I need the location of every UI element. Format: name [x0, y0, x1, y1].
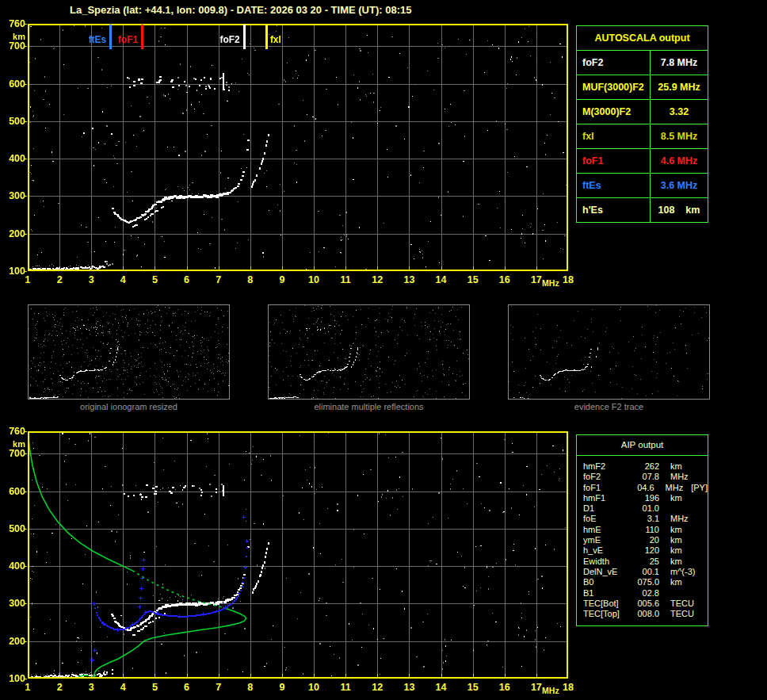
marker-label-ftEs: ftEs	[71, 35, 106, 45]
autoscala-param-label: h'Es	[577, 198, 651, 222]
x-tick-label-top: 9	[272, 274, 292, 285]
aip-param-name: h_vE	[583, 545, 632, 556]
thumbnail-original-ionogram	[28, 304, 230, 400]
y-axis-unit-top: km	[2, 31, 25, 42]
x-tick-label-bottom: 6	[177, 682, 197, 693]
thumbnail-evidence-canvas	[509, 305, 709, 399]
x-tick-label-bottom: 15	[463, 682, 483, 693]
autoscala-param-label: foF2	[577, 51, 651, 75]
aip-param-name: D1	[583, 503, 632, 514]
x-axis-unit-top: MHz	[542, 278, 559, 288]
x-tick-label-top: 8	[240, 274, 261, 285]
aip-row-B1: B102.8	[583, 588, 708, 599]
autoscala-table-title: AUTOSCALA output	[577, 26, 708, 51]
aip-param-unit: km	[659, 525, 682, 535]
y-axis-unit-bottom: km	[2, 438, 25, 449]
aip-row-foF2: foF207.8MHz	[583, 472, 708, 482]
aip-param-name: foE	[583, 514, 632, 524]
y-tick-label-top: 700	[2, 40, 25, 52]
thumbnail-caption-evidence: evidence F2 trace	[508, 402, 710, 411]
aip-param-value: 01.0	[632, 503, 659, 514]
x-tick-label-bottom: 11	[335, 682, 356, 693]
aip-param-note: [PY]	[683, 483, 708, 493]
x-tick-label-bottom: 1	[17, 682, 38, 693]
aip-param-unit: km	[659, 535, 682, 545]
y-tick-label-top: 600	[2, 78, 25, 90]
autoscala-param-value: 25.9 MHz	[651, 75, 708, 99]
autoscala-row-ftEs: ftEs3.6 MHz	[577, 174, 708, 198]
aip-param-value: 3.1	[632, 514, 659, 524]
y-tick-label-bottom: 600	[2, 486, 25, 497]
aip-param-unit	[659, 588, 670, 599]
autoscala-param-label: MUF(3000)F2	[577, 75, 651, 99]
x-tick-label-top: 15	[463, 274, 483, 285]
aip-param-unit: km	[659, 545, 682, 556]
aip-param-value: 008.0	[632, 609, 659, 619]
aip-param-unit: MHz	[659, 472, 689, 482]
autoscala-row-foF1: foF14.6 MHz	[577, 149, 708, 174]
thumbnail-caption-original: original ionogram resized	[28, 402, 230, 411]
y-tick-label-bottom: 400	[2, 560, 25, 572]
aip-row-foF1: foF104.6MHz[PY]	[583, 483, 708, 493]
marker-label-fxI: fxI	[270, 35, 281, 45]
x-tick-label-bottom: 2	[49, 682, 70, 693]
station-date-title: La_Spezia (lat: +44.1, lon: 009.8) - DAT…	[70, 4, 411, 16]
aip-param-value: 110	[632, 525, 659, 535]
aip-param-unit: TECU	[659, 599, 694, 609]
x-tick-label-bottom: 3	[81, 682, 101, 693]
autoscala-param-label: foF1	[577, 149, 651, 173]
aip-param-name: hmE	[583, 525, 632, 535]
y-tick-label-bottom: 200	[2, 636, 25, 647]
aip-param-name: B1	[583, 588, 632, 599]
y-tick-label-top: 500	[2, 116, 25, 127]
x-tick-label-bottom: 14	[431, 682, 452, 693]
x-tick-label-top: 7	[208, 274, 229, 285]
aip-param-name: TEC[Top]	[583, 609, 632, 619]
x-tick-label-bottom: 10	[303, 682, 324, 693]
aip-output-table: AIP output hmF2262kmfoF207.8MHzfoF104.6M…	[576, 434, 708, 626]
x-tick-label-top: 5	[144, 274, 165, 285]
aip-param-unit: MHz	[659, 514, 689, 524]
aip-param-value: 120	[632, 545, 659, 556]
aip-param-unit: TECU	[659, 609, 694, 619]
aip-param-value: 00.1	[632, 567, 659, 577]
aip-row-TEC[Bot]: TEC[Bot]005.6TECU	[583, 599, 708, 609]
autoscala-row-M(3000)F2: M(3000)F23.32	[577, 100, 708, 124]
aip-param-unit: km	[659, 577, 682, 587]
marker-label-foF2: foF2	[205, 35, 240, 45]
aip-table-title: AIP output	[577, 435, 708, 456]
aip-row-hmF1: hmF1196km	[583, 493, 708, 503]
thumbnail-caption-eliminate: eliminate multiple reflections	[268, 402, 470, 411]
aip-param-name: B0	[583, 577, 632, 587]
aip-param-name: hmF2	[583, 461, 632, 472]
aip-row-D1: D101.0	[583, 503, 708, 514]
x-tick-label-bottom: 4	[113, 682, 133, 693]
y-tick-label-bottom: 500	[2, 523, 25, 534]
autoscala-row-foF2: foF27.8 MHz	[577, 51, 708, 75]
x-tick-label-top: 6	[177, 274, 197, 285]
aip-row-foE: foE3.1MHz	[583, 514, 708, 524]
aip-param-name: TEC[Bot]	[583, 599, 632, 609]
x-tick-label-top: 12	[367, 274, 387, 285]
y-tick-label-bottom: 700	[2, 448, 25, 459]
autoscala-param-value: 3.32	[651, 100, 708, 124]
x-tick-label-bottom: 5	[144, 682, 165, 693]
x-tick-label-bottom: 7	[208, 682, 229, 693]
aip-param-value: 005.6	[632, 599, 659, 609]
x-tick-label-bottom: 13	[399, 682, 419, 693]
marker-label-foF1: foF1	[103, 35, 138, 45]
autoscala-row-fxI: fxI8.5 MHz	[577, 124, 708, 149]
autoscala-param-value: 3.6 MHz	[651, 174, 708, 197]
autoscala-row-MUF(3000)F2: MUF(3000)F225.9 MHz	[577, 75, 708, 100]
aip-param-unit: m^(-3)	[659, 567, 695, 577]
aip-param-unit: km	[659, 461, 682, 472]
top-ionogram-canvas	[22, 21, 570, 274]
thumbnail-eliminate-reflections	[268, 304, 470, 400]
aip-param-value: 25	[632, 557, 659, 567]
aip-param-value: 07.8	[632, 472, 659, 482]
x-axis-unit-bottom: MHz	[542, 686, 559, 695]
x-tick-label-top: 10	[303, 274, 324, 285]
x-tick-label-top: 1	[17, 274, 38, 285]
aip-param-value: 02.8	[632, 588, 659, 599]
aip-param-value: 075.0	[632, 577, 659, 587]
